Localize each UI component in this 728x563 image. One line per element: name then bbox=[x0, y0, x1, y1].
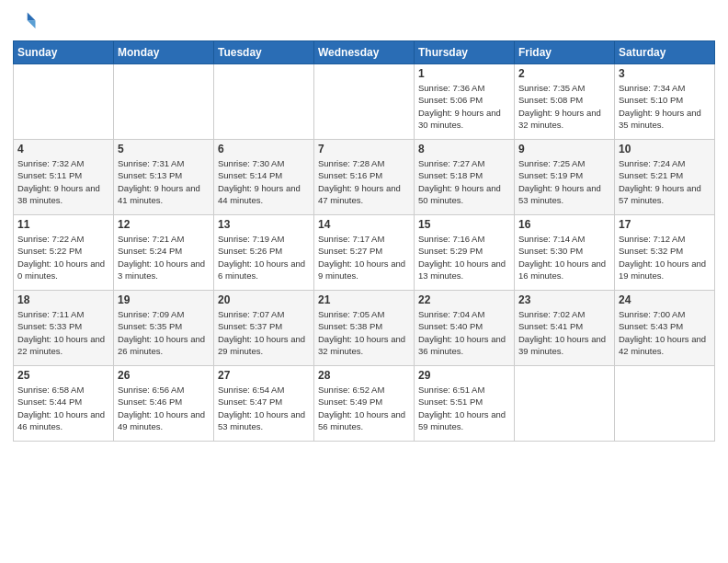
day-info: Sunrise: 7:16 AMSunset: 5:29 PMDaylight:… bbox=[418, 233, 510, 282]
calendar-cell: 15Sunrise: 7:16 AMSunset: 5:29 PMDayligh… bbox=[415, 215, 515, 291]
day-info: Sunrise: 7:02 AMSunset: 5:41 PMDaylight:… bbox=[518, 308, 610, 357]
day-number: 20 bbox=[218, 293, 310, 306]
weekday-header-cell: Tuesday bbox=[214, 41, 314, 64]
day-info: Sunrise: 7:36 AMSunset: 5:06 PMDaylight:… bbox=[418, 82, 510, 131]
calendar-cell: 22Sunrise: 7:04 AMSunset: 5:40 PMDayligh… bbox=[415, 291, 515, 366]
calendar-cell: 5Sunrise: 7:31 AMSunset: 5:13 PMDaylight… bbox=[114, 140, 214, 215]
day-number: 12 bbox=[118, 218, 210, 231]
weekday-header-cell: Monday bbox=[114, 41, 214, 64]
day-info: Sunrise: 7:22 AMSunset: 5:22 PMDaylight:… bbox=[17, 233, 109, 282]
day-number: 25 bbox=[17, 369, 109, 382]
day-info: Sunrise: 6:52 AMSunset: 5:49 PMDaylight:… bbox=[318, 384, 410, 432]
calendar-week-row: 11Sunrise: 7:22 AMSunset: 5:22 PMDayligh… bbox=[14, 215, 715, 291]
day-number: 10 bbox=[619, 143, 711, 155]
calendar-week-row: 25Sunrise: 6:58 AMSunset: 5:44 PMDayligh… bbox=[14, 366, 715, 442]
day-info: Sunrise: 6:58 AMSunset: 5:44 PMDaylight:… bbox=[17, 384, 109, 432]
calendar-cell: 6Sunrise: 7:30 AMSunset: 5:14 PMDaylight… bbox=[214, 140, 314, 215]
calendar-cell bbox=[515, 366, 615, 442]
calendar-cell bbox=[114, 64, 214, 140]
calendar-cell: 23Sunrise: 7:02 AMSunset: 5:41 PMDayligh… bbox=[515, 291, 615, 366]
calendar-cell: 26Sunrise: 6:56 AMSunset: 5:46 PMDayligh… bbox=[114, 366, 214, 442]
day-info: Sunrise: 7:32 AMSunset: 5:11 PMDaylight:… bbox=[17, 157, 109, 206]
calendar: SundayMondayTuesdayWednesdayThursdayFrid… bbox=[13, 40, 715, 442]
day-number: 6 bbox=[218, 143, 310, 155]
day-number: 7 bbox=[318, 143, 410, 155]
day-info: Sunrise: 6:51 AMSunset: 5:51 PMDaylight:… bbox=[418, 384, 510, 432]
day-number: 27 bbox=[218, 369, 310, 382]
weekday-header-cell: Friday bbox=[515, 41, 615, 64]
calendar-cell: 9Sunrise: 7:25 AMSunset: 5:19 PMDaylight… bbox=[515, 140, 615, 215]
day-number: 21 bbox=[318, 293, 410, 306]
calendar-cell: 13Sunrise: 7:19 AMSunset: 5:26 PMDayligh… bbox=[214, 215, 314, 291]
day-info: Sunrise: 7:31 AMSunset: 5:13 PMDaylight:… bbox=[118, 157, 210, 206]
day-number: 4 bbox=[17, 143, 109, 155]
logo bbox=[13, 9, 42, 35]
calendar-cell: 27Sunrise: 6:54 AMSunset: 5:47 PMDayligh… bbox=[214, 366, 314, 442]
calendar-week-row: 18Sunrise: 7:11 AMSunset: 5:33 PMDayligh… bbox=[14, 291, 715, 366]
weekday-header-cell: Thursday bbox=[415, 41, 515, 64]
calendar-cell: 4Sunrise: 7:32 AMSunset: 5:11 PMDaylight… bbox=[14, 140, 114, 215]
calendar-week-row: 4Sunrise: 7:32 AMSunset: 5:11 PMDaylight… bbox=[14, 140, 715, 215]
header bbox=[13, 9, 715, 35]
calendar-cell: 14Sunrise: 7:17 AMSunset: 5:27 PMDayligh… bbox=[314, 215, 415, 291]
day-info: Sunrise: 7:34 AMSunset: 5:10 PMDaylight:… bbox=[619, 82, 711, 131]
svg-marker-0 bbox=[28, 13, 36, 21]
svg-marker-1 bbox=[28, 20, 36, 29]
day-info: Sunrise: 7:21 AMSunset: 5:24 PMDaylight:… bbox=[118, 233, 210, 282]
day-info: Sunrise: 7:25 AMSunset: 5:19 PMDaylight:… bbox=[518, 157, 610, 206]
calendar-week-row: 1Sunrise: 7:36 AMSunset: 5:06 PMDaylight… bbox=[14, 64, 715, 140]
day-info: Sunrise: 7:17 AMSunset: 5:27 PMDaylight:… bbox=[318, 233, 410, 282]
day-info: Sunrise: 7:27 AMSunset: 5:18 PMDaylight:… bbox=[418, 157, 510, 206]
calendar-body: 1Sunrise: 7:36 AMSunset: 5:06 PMDaylight… bbox=[14, 64, 715, 442]
calendar-cell bbox=[615, 366, 715, 442]
day-number: 15 bbox=[418, 218, 510, 231]
day-info: Sunrise: 6:54 AMSunset: 5:47 PMDaylight:… bbox=[218, 384, 310, 432]
calendar-cell: 21Sunrise: 7:05 AMSunset: 5:38 PMDayligh… bbox=[314, 291, 415, 366]
calendar-cell bbox=[214, 64, 314, 140]
calendar-cell bbox=[14, 64, 114, 140]
weekday-header-cell: Sunday bbox=[14, 41, 114, 64]
day-info: Sunrise: 7:14 AMSunset: 5:30 PMDaylight:… bbox=[518, 233, 610, 282]
calendar-cell: 18Sunrise: 7:11 AMSunset: 5:33 PMDayligh… bbox=[14, 291, 114, 366]
day-number: 29 bbox=[418, 369, 510, 382]
calendar-cell: 20Sunrise: 7:07 AMSunset: 5:37 PMDayligh… bbox=[214, 291, 314, 366]
weekday-header-row: SundayMondayTuesdayWednesdayThursdayFrid… bbox=[14, 41, 715, 64]
day-info: Sunrise: 7:09 AMSunset: 5:35 PMDaylight:… bbox=[118, 308, 210, 357]
day-number: 8 bbox=[418, 143, 510, 155]
calendar-cell: 16Sunrise: 7:14 AMSunset: 5:30 PMDayligh… bbox=[515, 215, 615, 291]
calendar-cell: 3Sunrise: 7:34 AMSunset: 5:10 PMDaylight… bbox=[615, 64, 715, 140]
day-number: 9 bbox=[518, 143, 610, 155]
day-number: 18 bbox=[17, 293, 109, 306]
day-number: 26 bbox=[118, 369, 210, 382]
day-number: 19 bbox=[118, 293, 210, 306]
calendar-cell: 28Sunrise: 6:52 AMSunset: 5:49 PMDayligh… bbox=[314, 366, 415, 442]
logo-icon bbox=[13, 9, 39, 35]
day-info: Sunrise: 7:04 AMSunset: 5:40 PMDaylight:… bbox=[418, 308, 510, 357]
calendar-cell: 11Sunrise: 7:22 AMSunset: 5:22 PMDayligh… bbox=[14, 215, 114, 291]
day-info: Sunrise: 7:05 AMSunset: 5:38 PMDaylight:… bbox=[318, 308, 410, 357]
day-number: 5 bbox=[118, 143, 210, 155]
calendar-cell: 12Sunrise: 7:21 AMSunset: 5:24 PMDayligh… bbox=[114, 215, 214, 291]
page: SundayMondayTuesdayWednesdayThursdayFrid… bbox=[0, 0, 728, 563]
day-number: 16 bbox=[518, 218, 610, 231]
calendar-cell: 17Sunrise: 7:12 AMSunset: 5:32 PMDayligh… bbox=[615, 215, 715, 291]
day-info: Sunrise: 7:12 AMSunset: 5:32 PMDaylight:… bbox=[619, 233, 711, 282]
day-info: Sunrise: 7:00 AMSunset: 5:43 PMDaylight:… bbox=[619, 308, 711, 357]
day-number: 22 bbox=[418, 293, 510, 306]
day-info: Sunrise: 7:11 AMSunset: 5:33 PMDaylight:… bbox=[17, 308, 109, 357]
day-info: Sunrise: 7:28 AMSunset: 5:16 PMDaylight:… bbox=[318, 157, 410, 206]
day-number: 2 bbox=[518, 67, 610, 80]
weekday-header-cell: Wednesday bbox=[314, 41, 415, 64]
calendar-cell: 29Sunrise: 6:51 AMSunset: 5:51 PMDayligh… bbox=[415, 366, 515, 442]
calendar-cell: 25Sunrise: 6:58 AMSunset: 5:44 PMDayligh… bbox=[14, 366, 114, 442]
weekday-header-cell: Saturday bbox=[615, 41, 715, 64]
calendar-cell: 8Sunrise: 7:27 AMSunset: 5:18 PMDaylight… bbox=[415, 140, 515, 215]
calendar-cell: 19Sunrise: 7:09 AMSunset: 5:35 PMDayligh… bbox=[114, 291, 214, 366]
day-info: Sunrise: 7:24 AMSunset: 5:21 PMDaylight:… bbox=[619, 157, 711, 206]
day-number: 28 bbox=[318, 369, 410, 382]
day-info: Sunrise: 7:07 AMSunset: 5:37 PMDaylight:… bbox=[218, 308, 310, 357]
day-info: Sunrise: 6:56 AMSunset: 5:46 PMDaylight:… bbox=[118, 384, 210, 432]
day-number: 23 bbox=[518, 293, 610, 306]
calendar-cell: 7Sunrise: 7:28 AMSunset: 5:16 PMDaylight… bbox=[314, 140, 415, 215]
day-number: 17 bbox=[619, 218, 711, 231]
